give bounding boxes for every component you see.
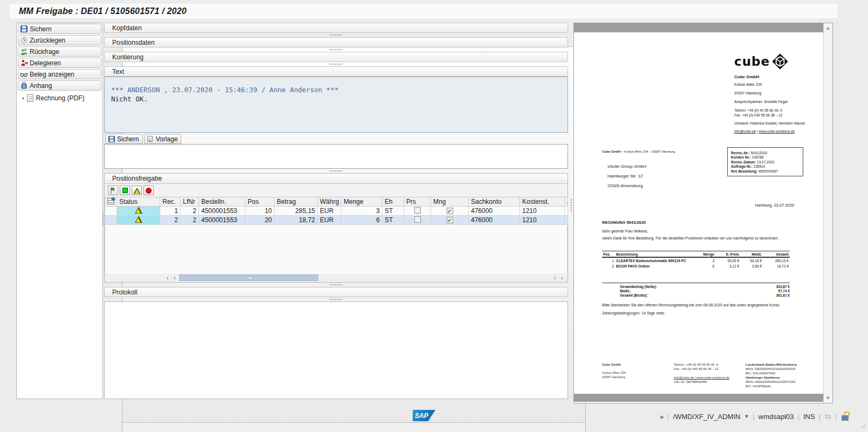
- row-select-cell[interactable]: [105, 216, 117, 225]
- status-overflow-button[interactable]: »: [660, 413, 664, 421]
- recipient-block: xSuite Group GmbH Hamburger Str. 12 2292…: [607, 162, 646, 191]
- status-cell[interactable]: [117, 216, 160, 225]
- inquiry-button[interactable]: Rückfrage: [18, 46, 101, 57]
- col-status[interactable]: Status: [117, 197, 160, 207]
- release-warning-button[interactable]: [132, 186, 142, 195]
- cube-logo-text: cube: [734, 54, 770, 68]
- company-phone: Telefon: +49 (0) 40 55 66 36 -0: [734, 108, 815, 112]
- footer-phone: Telefon: +49 (0) 40 55 66 36 -0: [674, 362, 741, 367]
- company-web-link[interactable]: www.cube-solutions.de: [759, 129, 795, 133]
- release-reject-button[interactable]: [143, 186, 154, 195]
- unlocked-icon[interactable]: [842, 415, 849, 421]
- table-row-selected[interactable]: 2 2 4500001553 20 18,72 EUR 6 ST ✔ 47600…: [105, 216, 568, 225]
- cell-waehrg: EUR: [318, 207, 341, 216]
- separator: |: [667, 413, 669, 421]
- delegate-button[interactable]: Delegieren: [18, 58, 101, 68]
- attachment-button[interactable]: Anhang: [18, 80, 101, 91]
- company-name: Cube GmbH: [734, 74, 815, 79]
- attachment-list-item[interactable]: • Rechnung (PDF): [17, 91, 102, 102]
- mng-checkbox[interactable]: ✔: [447, 217, 453, 223]
- putback-button[interactable]: Zurücklegen: [18, 35, 101, 45]
- section-kontierung[interactable]: Kontierung: [104, 52, 568, 62]
- note-input[interactable]: [104, 144, 568, 169]
- document-icon: [27, 94, 33, 102]
- col-bestelln[interactable]: Bestelln.: [199, 197, 245, 207]
- resize-grip[interactable]: [859, 422, 865, 429]
- inv-mwst: 54,18 €: [740, 257, 763, 263]
- col-kostenst[interactable]: Kostenst.: [520, 197, 565, 207]
- release-ok-button[interactable]: [120, 186, 130, 195]
- swap-icon[interactable]: ⇆: [825, 412, 831, 421]
- intro-text: vielen Dank für Ihre Bestellung. Für die…: [602, 236, 796, 240]
- col-rec[interactable]: Rec.: [160, 197, 181, 207]
- pdf-scrollbar[interactable]: ▲ ▼: [823, 23, 832, 403]
- col-prs[interactable]: Prs: [404, 197, 431, 207]
- section-positionsfreigabe[interactable]: Positionsfreigabe: [105, 174, 568, 184]
- scroll-right-button[interactable]: ›: [171, 275, 178, 281]
- company-email-link[interactable]: info@cube.de: [734, 129, 756, 133]
- template-icon: 6a: [146, 135, 154, 143]
- footer-links[interactable]: info@cube.de | www.cube-solutions.de: [674, 375, 741, 380]
- chevron-down-icon[interactable]: ▼: [744, 414, 749, 419]
- col-sachkonto[interactable]: Sachkonto: [469, 197, 520, 207]
- scroll-left-button[interactable]: ‹: [164, 275, 171, 281]
- splitter[interactable]: [104, 297, 568, 301]
- splitter[interactable]: [104, 47, 568, 52]
- scroll-up-icon[interactable]: ▲: [824, 24, 832, 32]
- col-betrag[interactable]: Betrag: [275, 197, 318, 207]
- green-flag-icon: [110, 187, 117, 194]
- warning-triangle-icon: [133, 187, 140, 194]
- section-kopfdaten[interactable]: Kopfdaten: [104, 23, 568, 33]
- total-value: 57,74 €: [778, 289, 790, 293]
- cell-eh: ST: [382, 216, 404, 225]
- note-save-button[interactable]: Sichern: [105, 134, 143, 144]
- section-positionsdaten[interactable]: Positionsdaten: [104, 37, 568, 47]
- scroll-right-button[interactable]: ›: [558, 275, 565, 281]
- inv-gesamt: 18,72 €: [763, 263, 790, 269]
- note-template-button[interactable]: 6a Vorlage: [144, 134, 182, 144]
- status-transaction-path[interactable]: /WMD/XF_IV_ADMIN: [673, 413, 741, 421]
- mng-checkbox[interactable]: ✔: [447, 208, 453, 214]
- footer-col1: Cube GmbH Kubus-Allee 234 20097 Hamburg: [602, 362, 651, 379]
- col-partial[interactable]: A: [565, 197, 568, 207]
- splitter[interactable]: [104, 283, 568, 287]
- scrollbar-thumb[interactable]: [179, 275, 318, 281]
- release-toolbar: [105, 184, 568, 197]
- splitter[interactable]: [104, 33, 568, 37]
- table-config-cell[interactable]: [105, 197, 117, 207]
- section-protokoll[interactable]: Protokoll: [104, 287, 568, 297]
- prs-checkbox[interactable]: [414, 216, 421, 223]
- release-flag-button[interactable]: [108, 186, 118, 195]
- delegate-icon: [20, 59, 28, 67]
- show-document-button[interactable]: Beleg anzeigen: [18, 69, 101, 79]
- splitter[interactable]: [104, 169, 568, 173]
- scroll-down-icon[interactable]: ▼: [824, 394, 832, 402]
- info-value: 5041/2020: [750, 151, 767, 155]
- col-pos[interactable]: Pos: [245, 197, 275, 207]
- row-select-cell[interactable]: [105, 207, 117, 216]
- col-waehrg[interactable]: Währg: [318, 197, 341, 207]
- splitter[interactable]: [104, 62, 568, 66]
- col-menge[interactable]: Menge: [341, 197, 382, 207]
- inv-col-gesamt: Gesamt: [763, 251, 790, 258]
- table-row[interactable]: 1 2 4500001553 10 285,15 EUR 3 ST ✔ 4760…: [105, 207, 568, 216]
- footer-bic2: BIC: HASPDEHH: [746, 384, 813, 388]
- pdf-splitter-handle[interactable]: [570, 198, 572, 212]
- invoice-page: cube Cube GmbH Kubus-Allee 234 20097 Ham…: [574, 32, 823, 394]
- prs-checkbox[interactable]: [414, 207, 421, 214]
- footer-bank2: Hamburger Sparkasse: [746, 375, 813, 380]
- table-header-row: Status Rec. LfNr Bestelln. Pos Betrag Wä…: [105, 197, 568, 207]
- col-eh[interactable]: Eh: [382, 197, 404, 207]
- status-insert-mode[interactable]: INS: [803, 413, 815, 421]
- col-lfnr[interactable]: LfNr: [181, 197, 199, 207]
- cell-pos: 10: [245, 207, 275, 216]
- section-text[interactable]: Text: [104, 66, 568, 77]
- inquiry-label: Rückfrage: [30, 48, 59, 56]
- scroll-left-button[interactable]: ‹: [551, 275, 558, 281]
- table-hscrollbar[interactable]: ‹ › ‹ ›: [105, 273, 568, 282]
- text-note-area[interactable]: *** ANDERSON , 23.07.2020 - 15:46:39 / A…: [104, 77, 568, 133]
- cell-betrag: 18,72: [275, 216, 318, 225]
- save-button[interactable]: Sichern: [18, 24, 101, 34]
- col-mng[interactable]: Mng: [431, 197, 469, 207]
- status-cell[interactable]: [117, 207, 160, 216]
